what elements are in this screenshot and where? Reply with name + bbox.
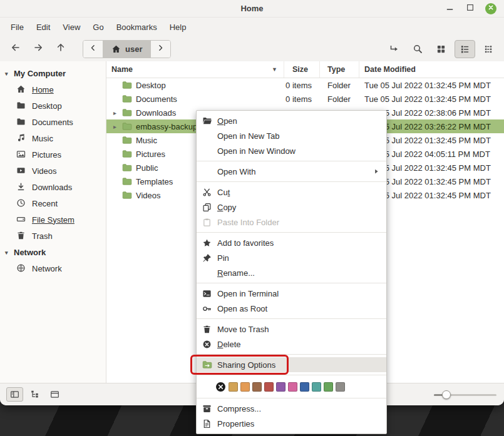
sidebar-item-label: Pictures	[32, 150, 61, 160]
search-button[interactable]	[407, 40, 428, 58]
menu-item-open-with[interactable]: Open With	[197, 164, 386, 179]
color-swatch-7[interactable]	[312, 382, 321, 392]
column-header-date-modified[interactable]: Date Modified	[359, 61, 504, 78]
menu-item-delete[interactable]: Delete	[197, 337, 386, 352]
expander-icon[interactable]: ▸	[111, 123, 118, 130]
zoom-knob[interactable]	[442, 390, 451, 399]
menu-item-open[interactable]: Open	[197, 113, 386, 128]
menu-item-paste-into-folder: Paste Into Folder	[197, 215, 386, 230]
statusbar-toggle-treeview[interactable]	[26, 387, 43, 402]
file-name: Music	[136, 136, 157, 145]
menu-item-open-in-new-tab[interactable]: Open in New Tab	[197, 128, 386, 143]
color-swatch-4[interactable]	[276, 382, 285, 392]
sidebar-item-recent[interactable]: Recent	[0, 195, 106, 211]
color-swatch-3[interactable]	[264, 382, 274, 392]
icon-spacer	[202, 268, 212, 278]
remove-color-icon[interactable]	[215, 382, 226, 392]
menubar-item-go[interactable]: Go	[86, 20, 110, 34]
maximize-icon	[466, 3, 475, 14]
column-header-size[interactable]: Size	[284, 61, 320, 78]
menubar-item-help[interactable]: Help	[163, 20, 193, 34]
menu-item-open-in-terminal[interactable]: Open in Terminal	[197, 286, 386, 301]
menu-item-copy[interactable]: Copy	[197, 200, 386, 215]
color-swatch-6[interactable]	[300, 382, 309, 392]
menu-item-sharing-options[interactable]: Sharing Options	[197, 357, 386, 372]
file-name: Public	[136, 163, 158, 173]
color-swatch-5[interactable]	[288, 382, 297, 392]
menu-item-properties[interactable]: Properties	[197, 416, 386, 431]
up-button[interactable]	[50, 39, 71, 58]
menu-item-add-to-favorites[interactable]: Add to favorites	[197, 235, 386, 250]
toggle-location-entry-icon	[389, 44, 399, 54]
menubar-item-file[interactable]: File	[4, 20, 30, 34]
statusbar-toggle-pane[interactable]	[46, 387, 63, 402]
titlebar[interactable]: Home	[0, 0, 504, 18]
column-label: Type	[327, 65, 345, 74]
sidebar-section-network[interactable]: ▾Network	[0, 245, 106, 260]
sidebar-item-documents[interactable]: Documents	[0, 114, 106, 130]
menu-item-rename[interactable]: Rename...	[197, 265, 386, 280]
menu-item-move-to-trash[interactable]: Move to Trash	[197, 322, 386, 337]
color-swatch-2[interactable]	[252, 382, 262, 392]
minimize-button[interactable]	[444, 3, 455, 14]
breadcrumb-next-button[interactable]	[151, 41, 170, 58]
column-header-type[interactable]: Type	[320, 61, 359, 78]
menu-separator	[197, 354, 386, 355]
color-swatch-0[interactable]	[229, 382, 238, 392]
list-view-button[interactable]	[455, 40, 475, 58]
menu-item-open-as-root[interactable]: Open as Root	[197, 301, 386, 316]
paste-icon	[202, 217, 212, 227]
clock-icon	[16, 198, 26, 208]
menubar-item-view[interactable]: View	[56, 20, 86, 34]
breadcrumb-user-button[interactable]: user	[103, 41, 151, 58]
sidebar-item-home[interactable]: Home	[0, 81, 106, 98]
menu-item-label: Properties	[217, 419, 254, 428]
sidebar-item-trash[interactable]: Trash	[0, 228, 106, 244]
menu-item-label: Open in New Tab	[217, 131, 280, 141]
menubar: FileEditViewGoBookmarksHelp	[0, 18, 504, 36]
icon-spacer	[202, 166, 212, 176]
icon-view-button[interactable]	[431, 40, 451, 58]
sidebar-section-my-computer[interactable]: ▾My Computer	[0, 66, 106, 81]
back-button[interactable]	[5, 39, 26, 58]
menu-item-compress[interactable]: Compress...	[197, 401, 386, 416]
folder-icon	[122, 121, 132, 131]
breadcrumb-prev-button[interactable]	[83, 41, 103, 58]
compact-view-button[interactable]	[478, 40, 499, 58]
color-swatch-9[interactable]	[336, 382, 345, 392]
file-size: 0 items	[284, 81, 320, 90]
folder-icon	[122, 80, 132, 90]
sidebar-item-music[interactable]: Music	[0, 130, 106, 146]
sidebar-item-label: Home	[32, 85, 54, 94]
sidebar-item-videos[interactable]: Videos	[0, 163, 106, 179]
statusbar-toggle-places[interactable]	[6, 387, 23, 402]
zoom-slider[interactable]	[434, 388, 496, 401]
menu-item-cut[interactable]: Cut	[197, 185, 386, 200]
name-cell: Desktop	[106, 80, 284, 90]
file-row-documents[interactable]: Documents0 itemsFolderTue 05 Jul 2022 01…	[106, 92, 504, 106]
color-swatch-8[interactable]	[324, 382, 333, 392]
menu-item-label: Copy	[217, 203, 236, 212]
sidebar-item-downloads[interactable]: Downloads	[0, 179, 106, 195]
sidebar-item-file-system[interactable]: File System	[0, 211, 106, 228]
column-header-name[interactable]: Name ▼	[106, 61, 284, 78]
icon-view-icon	[436, 44, 446, 54]
up-icon	[56, 43, 66, 55]
menu-item-pin[interactable]: Pin	[197, 250, 386, 265]
section-label: Network	[14, 248, 46, 257]
menu-item-label: Open	[217, 116, 237, 126]
sidebar-item-desktop[interactable]: Desktop	[0, 98, 106, 114]
sidebar-item-network[interactable]: Network	[0, 260, 106, 276]
sidebar-item-pictures[interactable]: Pictures	[0, 146, 106, 163]
close-button[interactable]	[485, 3, 496, 14]
file-row-desktop[interactable]: Desktop0 itemsFolderTue 05 Jul 2022 01:3…	[106, 78, 504, 92]
maximize-button[interactable]	[465, 3, 476, 14]
menubar-item-edit[interactable]: Edit	[30, 20, 56, 34]
color-swatch-1[interactable]	[240, 382, 250, 392]
forward-button[interactable]	[28, 39, 49, 58]
toggle-location-entry-button[interactable]	[383, 40, 404, 58]
sidebar-item-label: Downloads	[32, 183, 72, 192]
expander-icon[interactable]: ▸	[111, 109, 118, 116]
menu-item-open-in-new-window[interactable]: Open in New Window	[197, 143, 386, 158]
menubar-item-bookmarks[interactable]: Bookmarks	[110, 20, 163, 34]
